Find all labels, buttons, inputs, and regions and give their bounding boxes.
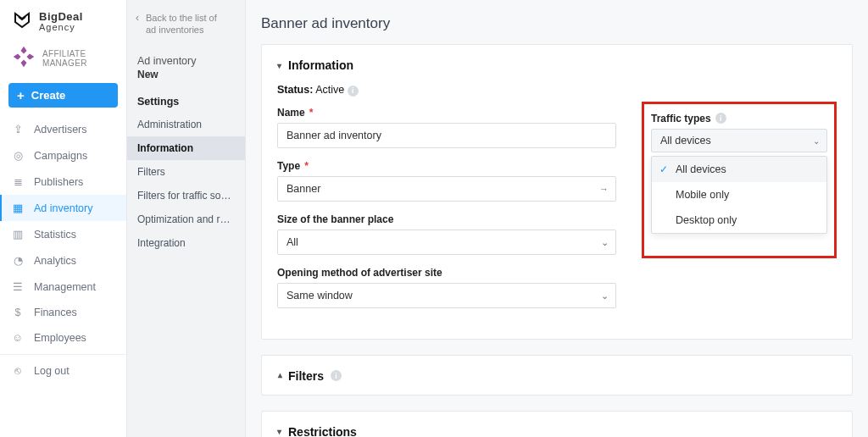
- bars-icon: ▥: [12, 228, 24, 241]
- name-input[interactable]: [277, 123, 616, 148]
- grid-icon: ▦: [12, 202, 24, 214]
- settings-nav: Administration Information Filters Filte…: [127, 113, 245, 255]
- settings-information[interactable]: Information: [127, 136, 245, 160]
- user-row: AFFILIATE MANAGER: [0, 41, 126, 80]
- mid-title: Ad inventory: [137, 55, 235, 67]
- dollar-icon: $: [12, 307, 24, 318]
- nav-campaigns[interactable]: ◎Campaigns: [0, 142, 126, 169]
- nav-management[interactable]: ☰Management: [0, 274, 126, 300]
- required-icon: *: [309, 107, 314, 119]
- nav-ad-inventory[interactable]: ▦Ad inventory: [0, 195, 126, 221]
- svg-marker-2: [21, 60, 27, 68]
- right-fields: Traffic types i All devices ⌄ ✓ All devi…: [642, 107, 837, 258]
- user-role: AFFILIATE MANAGER: [42, 49, 114, 68]
- traffic-option-all[interactable]: ✓ All devices: [652, 157, 826, 182]
- status-label: Status:: [277, 84, 313, 96]
- collapse-icon: ▾: [277, 61, 281, 70]
- avatar-icon: [12, 45, 36, 71]
- nav-employees[interactable]: ☺Employees: [0, 325, 126, 351]
- field-name: Name *: [277, 107, 616, 148]
- check-icon: ✓: [659, 163, 668, 175]
- mid-heading: Ad inventory New: [127, 48, 245, 82]
- information-heading[interactable]: ▾ Information: [277, 58, 837, 72]
- layers-icon: ≣: [12, 175, 24, 188]
- collapse-icon: ▸: [275, 373, 284, 378]
- plus-icon: +: [17, 89, 25, 102]
- info-icon[interactable]: i: [331, 370, 342, 381]
- settings-filters[interactable]: Filters: [127, 160, 245, 184]
- left-fields: Name * Type * Banner →: [277, 107, 616, 320]
- page-title: Banner ad inventory: [261, 10, 853, 44]
- svg-marker-3: [14, 54, 21, 60]
- type-select[interactable]: Banner: [277, 176, 616, 202]
- exit-icon: ⎋: [12, 365, 24, 377]
- people-icon: ☺: [12, 332, 24, 344]
- required-icon: *: [304, 160, 309, 172]
- back-link[interactable]: ‹ Back to the list ofad inventories: [127, 5, 245, 48]
- create-label: Create: [31, 89, 65, 102]
- brand-line2: Agency: [39, 23, 83, 33]
- brand-text: BigDeal Agency: [39, 11, 83, 32]
- create-button[interactable]: + Create: [8, 83, 118, 108]
- status-value: Active: [315, 84, 344, 96]
- svg-marker-1: [27, 54, 35, 60]
- settings-filters-traffic[interactable]: Filters for traffic sour...: [127, 184, 245, 207]
- upload-icon: ⇪: [12, 123, 24, 136]
- traffic-label: Traffic types i: [651, 113, 827, 124]
- traffic-select[interactable]: All devices ⌄: [651, 129, 827, 152]
- restrictions-heading[interactable]: ▾ Restrictions: [277, 425, 837, 438]
- brand-logo-icon: [12, 10, 32, 33]
- opening-select[interactable]: Same window: [277, 283, 616, 308]
- nav-statistics[interactable]: ▥Statistics: [0, 221, 126, 247]
- chevron-down-icon: ⌄: [813, 136, 820, 145]
- nav-analytics[interactable]: ◔Analytics: [0, 247, 126, 274]
- svg-marker-0: [21, 47, 27, 54]
- info-icon[interactable]: i: [715, 113, 726, 124]
- mid-sub: New: [137, 69, 235, 80]
- size-select[interactable]: All: [277, 230, 616, 255]
- settings-administration[interactable]: Administration: [127, 113, 245, 136]
- traffic-dropdown: ✓ All devices Mobile only Desktop only: [651, 156, 827, 234]
- pie-icon: ◔: [12, 254, 24, 267]
- traffic-types-highlight: Traffic types i All devices ⌄ ✓ All devi…: [642, 102, 837, 258]
- main: Banner ad inventory ▾ Information Status…: [246, 0, 868, 437]
- settings-optimization[interactable]: Optimization and rules: [127, 207, 245, 231]
- filters-card: ▸ Filters i: [261, 355, 853, 396]
- brand: BigDeal Agency: [0, 0, 126, 41]
- settings-integration[interactable]: Integration: [127, 231, 245, 255]
- nav-finances[interactable]: $Finances: [0, 300, 126, 325]
- nav-publishers[interactable]: ≣Publishers: [0, 169, 126, 195]
- primary-nav: ⇪Advertisers ◎Campaigns ≣Publishers ▦Ad …: [0, 116, 126, 384]
- target-icon: ◎: [12, 149, 24, 162]
- information-card: ▾ Information Status: Active i Name *: [261, 44, 853, 340]
- settings-column: ‹ Back to the list ofad inventories Ad i…: [127, 0, 246, 437]
- traffic-option-mobile[interactable]: Mobile only: [652, 182, 826, 207]
- field-size: Size of the banner place All ⌄: [277, 213, 616, 255]
- nav-advertisers[interactable]: ⇪Advertisers: [0, 116, 126, 142]
- list-icon: ☰: [12, 280, 24, 293]
- field-opening: Opening method of advertiser site Same w…: [277, 267, 616, 308]
- filters-heading[interactable]: ▸ Filters i: [277, 369, 837, 383]
- collapse-icon: ▾: [277, 427, 281, 436]
- restrictions-card: ▾ Restrictions Do not rotate native prom…: [261, 411, 853, 438]
- status-row: Status: Active i: [277, 84, 837, 97]
- mid-section-title: Settings: [127, 82, 245, 113]
- brand-line1: BigDeal: [39, 11, 83, 23]
- traffic-option-desktop[interactable]: Desktop only: [652, 207, 826, 233]
- field-type: Type * Banner →: [277, 160, 616, 202]
- nav-divider: [0, 354, 126, 355]
- sidebar-left: BigDeal Agency AFFILIATE MANAGER + Creat…: [0, 0, 127, 437]
- nav-logout[interactable]: ⎋Log out: [0, 358, 126, 384]
- chevron-left-icon: ‹: [136, 12, 139, 36]
- info-icon[interactable]: i: [348, 86, 359, 97]
